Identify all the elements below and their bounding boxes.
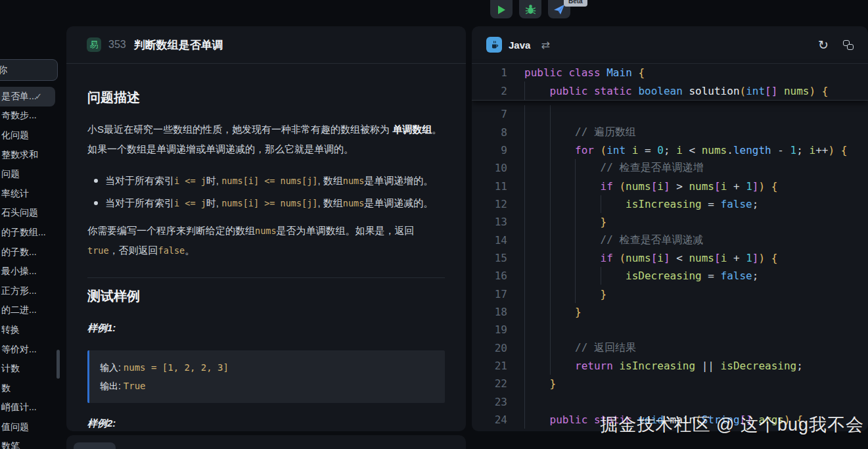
problem-title: 判断数组是否单调: [134, 37, 223, 53]
format-code-icon[interactable]: [843, 40, 854, 50]
condition-item: 当对于所有索引i <= j时, nums[i] <= nums[j], 数组nu…: [87, 171, 445, 191]
sidebar-item[interactable]: 计数: [0, 359, 66, 379]
problem-header: 易 353 判断数组是否单调: [66, 26, 466, 64]
sample-line: 输出: True: [100, 377, 434, 395]
code-line: 10// 检查是否单调递增: [472, 159, 868, 177]
bug-icon: [525, 4, 536, 15]
swap-language-icon[interactable]: ⇄: [541, 39, 549, 51]
testcase-tab[interactable]: [74, 442, 116, 449]
play-icon: [496, 5, 507, 15]
sidebar-item[interactable]: 的子数...: [0, 243, 66, 262]
testcase-console-panel: [66, 435, 466, 449]
sidebar-item[interactable]: 化问题: [0, 126, 66, 145]
sidebar-item[interactable]: 数: [0, 379, 66, 398]
code-line: 19: [472, 321, 868, 339]
code-line: 1public class Main {: [472, 64, 868, 82]
code-editor-panel: Java ⇄ ↻ 1public class Main {2public sta…: [472, 26, 868, 431]
problem-id: 353: [108, 39, 126, 51]
sidebar-item[interactable]: 正方形...: [0, 281, 66, 301]
sidebar-item[interactable]: 转换: [0, 320, 66, 340]
code-line: 11if (nums[i] > nums[i + 1]) {: [472, 177, 868, 195]
sidebar-item[interactable]: 是否单...✓: [0, 87, 55, 106]
code-line: 15if (nums[i] < nums[i + 1]) {: [472, 249, 868, 267]
sample-line: 输入: nums = [1, 2, 2, 3]: [100, 358, 434, 377]
code-line: 7: [472, 105, 868, 123]
code-line: 18}: [472, 303, 868, 321]
code-area[interactable]: 1public class Main {2public static boole…: [472, 64, 868, 429]
sidebar-item[interactable]: 值问题: [0, 417, 66, 437]
sidebar-item[interactable]: 石头问题: [0, 204, 66, 224]
code-line: 16isDecreasing = false;: [472, 267, 868, 285]
description-heading: 问题描述: [87, 89, 445, 106]
code-line: 22}: [472, 375, 868, 392]
problem-list-sidebar: + 是否单...✓奇数步...化问题整数求和问题率统计石头问题的子数组...的子…: [0, 26, 66, 449]
code-line: 13}: [472, 213, 868, 231]
sidebar-item[interactable]: 最小操...: [0, 262, 66, 281]
sidebar-item[interactable]: 奇数步...: [0, 106, 66, 126]
editor-header: Java ⇄ ↻: [472, 26, 868, 64]
search-input[interactable]: [0, 59, 58, 81]
sidebar-item[interactable]: 的子数组...: [0, 223, 66, 243]
code-line: 9for (int i = 0; i < nums.length - 1; i+…: [472, 141, 868, 159]
beta-badge: Beta: [564, 0, 587, 7]
sidebar-item[interactable]: 整数求和: [0, 145, 66, 165]
sidebar-item[interactable]: 率统计: [0, 184, 66, 204]
code-lines: 78// 遍历数组9for (int i = 0; i < nums.lengt…: [472, 64, 868, 429]
watermark: 掘金技术社区 @ 这个bug我不会: [601, 413, 864, 437]
code-line: 14// 检查是否单调递减: [472, 231, 868, 248]
sticky-scroll-lines: 1public class Main {2public static boole…: [472, 64, 868, 101]
sidebar-item[interactable]: 数笔: [0, 437, 66, 449]
samples-heading: 测试样例: [87, 287, 445, 305]
description-paragraph: 小S最近在研究一些数组的性质，她发现有一种非常有趣的数组被称为 单调数组。如果一…: [87, 120, 445, 159]
code-line: 8// 遍历数组: [472, 123, 868, 141]
reset-code-icon[interactable]: ↻: [818, 39, 829, 51]
task-paragraph: 你需要编写一个程序来判断给定的数组nums是否为单调数组。如果是，返回true，…: [87, 221, 445, 260]
code-line: 12isIncreasing = false;: [472, 195, 868, 213]
debug-button[interactable]: [519, 0, 541, 18]
sample1-block: 输入: nums = [1, 2, 2, 3]输出: True: [87, 350, 445, 403]
sidebar-item[interactable]: 峭值计...: [0, 398, 66, 418]
difficulty-badge: 易: [87, 37, 101, 52]
code-line: 21return isIncreasing || isDecreasing;: [472, 357, 868, 375]
problem-panel: 易 353 判断数组是否单调 问题描述 小S最近在研究一些数组的性质，她发现有一…: [66, 26, 466, 431]
condition-list: 当对于所有索引i <= j时, nums[i] <= nums[j], 数组nu…: [87, 171, 445, 213]
sidebar-item[interactable]: 等价对...: [0, 340, 66, 360]
check-icon: ✓: [35, 91, 42, 101]
java-icon: [486, 37, 502, 53]
code-line: 2public static boolean solution(int[] nu…: [472, 82, 868, 99]
sample1-label: 样例1:: [87, 322, 445, 335]
condition-item: 当对于所有索引i <= j时, nums[i] >= nums[j], 数组nu…: [87, 193, 445, 213]
sidebar-item[interactable]: 的二进...: [0, 301, 66, 321]
sample2-label: 样例2:: [87, 417, 445, 430]
code-line: 17}: [472, 285, 868, 302]
problem-list: 是否单...✓奇数步...化问题整数求和问题率统计石头问题的子数组...的子数.…: [0, 87, 66, 449]
section-divider: [87, 277, 445, 278]
code-line: 20// 返回结果: [472, 339, 868, 356]
paper-plane-icon: [553, 4, 565, 15]
code-line: 23: [472, 393, 868, 411]
sidebar-item[interactable]: 问题: [0, 164, 66, 184]
run-button[interactable]: [490, 0, 513, 18]
sidebar-scrollbar[interactable]: [57, 350, 60, 379]
language-label: Java: [509, 39, 530, 51]
